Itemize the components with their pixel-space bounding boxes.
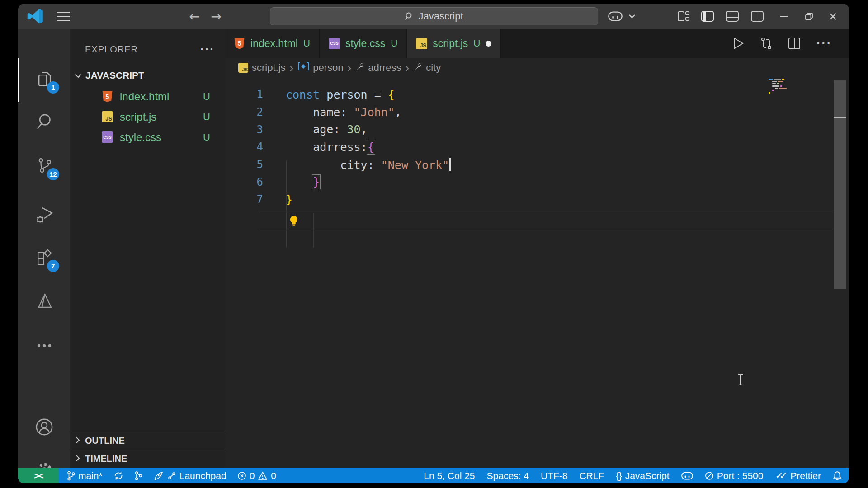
git-status-badge: U [203, 91, 210, 103]
project-folder-row[interactable]: JAVASCRIPT [70, 68, 225, 83]
extensions-badge: 7 [47, 260, 59, 272]
file-row-index-html[interactable]: 5 index.html U [70, 86, 225, 107]
sidebar-item-run-debug[interactable] [31, 202, 57, 228]
tab-script-js[interactable]: JS script.js U [407, 29, 501, 58]
git-branch-item[interactable]: main* [67, 470, 103, 481]
notifications-bell-icon[interactable] [833, 471, 842, 481]
warning-count: 0 [271, 470, 276, 481]
remote-indicator[interactable]: >< [18, 468, 59, 483]
tab-label: index.html [250, 38, 298, 50]
tab-index-html[interactable]: 5 index.html U [225, 29, 320, 58]
breadcrumb-symbol-adrress[interactable]: adrress [355, 62, 401, 74]
restore-window-icon[interactable] [799, 4, 819, 29]
launchpad-item[interactable]: Launchpad [153, 470, 226, 481]
outline-section-header[interactable]: OUTLINE [70, 432, 225, 450]
encoding-item[interactable]: UTF-8 [541, 470, 568, 481]
sidebar-item-extensions[interactable]: 7 [31, 245, 57, 271]
code-line[interactable]: 6 } [225, 173, 849, 191]
editor-scrollbar[interactable] [834, 80, 846, 289]
source-control-graph-item[interactable] [134, 471, 142, 481]
code-line[interactable]: 5 city: "New York" [225, 156, 849, 174]
account-icon[interactable] [31, 414, 57, 440]
explorer-more-actions-icon[interactable]: ··· [200, 47, 215, 52]
js-file-icon: JS [102, 111, 113, 122]
copilot-icon[interactable] [606, 4, 625, 29]
language-mode-item[interactable]: {} JavaScript [616, 470, 669, 481]
explorer-sidebar: EXPLORER ··· JAVASCRIPT 5 index.html U J… [70, 29, 225, 468]
code-line[interactable]: 4 adrress:{ [225, 138, 849, 156]
unsaved-changes-dot[interactable] [486, 41, 491, 47]
code-line-text: } [263, 175, 320, 188]
forward-arrow-icon[interactable]: → [207, 4, 225, 29]
menu-icon[interactable] [54, 4, 72, 29]
code-line[interactable]: 1const person = { [225, 86, 849, 103]
back-arrow-icon[interactable]: ← [185, 4, 203, 29]
problems-item[interactable]: 0 0 [237, 470, 276, 481]
sync-changes-item[interactable] [113, 471, 123, 481]
breadcrumb-separator: › [290, 63, 294, 72]
quick-fix-lightbulb-icon[interactable] [289, 215, 299, 230]
braces-icon: {} [616, 471, 622, 481]
git-status-badge: U [203, 131, 210, 143]
rocket-icon [153, 470, 164, 481]
code-line[interactable]: 3 age: 30, [225, 121, 849, 138]
error-count: 0 [250, 470, 255, 481]
vscode-logo-icon [25, 4, 45, 29]
timeline-section-header[interactable]: TIMELINE [70, 450, 225, 468]
file-row-style-css[interactable]: CSS style.css U [70, 127, 225, 147]
sidebar-item-explorer[interactable]: 1 [31, 66, 57, 93]
prettier-item[interactable]: ✓✓ Prettier [775, 470, 821, 482]
split-editor-icon[interactable] [788, 38, 800, 49]
chevron-down-icon[interactable] [626, 4, 638, 29]
branch-icon [67, 471, 75, 481]
tab-git-badge: U [303, 38, 310, 49]
search-icon [405, 12, 414, 21]
line-number: 4 [225, 141, 263, 153]
copilot-status-item[interactable] [681, 472, 693, 480]
breadcrumb-file[interactable]: JS script.js [238, 62, 286, 74]
css-file-icon: CSS [329, 38, 340, 49]
sidebar-item-prism-extension[interactable] [31, 289, 57, 315]
code-line[interactable]: 2 name: "John", [225, 103, 849, 121]
toggle-sidebar-left-icon[interactable] [698, 4, 717, 29]
run-debug-icon [35, 205, 54, 225]
wrench-icon [413, 62, 422, 74]
error-icon [237, 471, 246, 480]
search-label: Javascript [418, 10, 463, 22]
indent-guide [286, 160, 287, 248]
more-views-icon[interactable] [31, 333, 57, 359]
breadcrumb: JS script.js › person › adrress › [225, 58, 849, 78]
run-file-icon[interactable] [733, 38, 744, 49]
sidebar-item-source-control[interactable]: 12 [31, 153, 57, 179]
screen: ← → Javascript [0, 0, 868, 488]
toggle-panel-icon[interactable] [722, 4, 742, 29]
customize-layout-icon[interactable] [674, 4, 693, 29]
title-bar: ← → Javascript [18, 4, 849, 29]
tab-git-badge: U [391, 38, 397, 49]
branch-name: main* [78, 470, 103, 481]
more-editor-actions-icon[interactable]: ··· [816, 41, 832, 46]
open-changes-icon[interactable] [760, 37, 772, 50]
breadcrumb-symbol-person[interactable]: person [297, 62, 343, 74]
command-center-search[interactable]: Javascript [270, 7, 598, 25]
tab-style-css[interactable]: CSS style.css U [320, 29, 407, 58]
toggle-sidebar-right-icon[interactable] [747, 4, 767, 29]
tab-bar: 5 index.html U CSS style.css U JS script… [225, 29, 849, 58]
indentation-item[interactable]: Spaces: 4 [487, 470, 529, 481]
code-editor[interactable]: 1const person = {2 name: "John",3 age: 3… [225, 86, 849, 468]
code-line[interactable]: 7} [225, 191, 849, 208]
minimap[interactable] [769, 79, 797, 94]
live-server-port-item[interactable]: Port : 5500 [705, 470, 764, 481]
eol-item[interactable]: CRLF [579, 470, 604, 481]
js-file-icon: JS [238, 63, 248, 73]
file-row-script-js[interactable]: JS script.js U [70, 107, 225, 127]
close-window-icon[interactable] [823, 4, 843, 29]
breadcrumb-symbol-city[interactable]: city [413, 62, 441, 74]
line-number: 3 [225, 123, 263, 136]
editor-group: 5 index.html U CSS style.css U JS script… [225, 29, 849, 468]
cursor-position-item[interactable]: Ln 5, Col 25 [424, 470, 475, 481]
link-icon [167, 471, 176, 480]
double-check-icon: ✓✓ [775, 470, 783, 482]
sidebar-item-search[interactable] [31, 109, 57, 136]
minimize-icon[interactable] [774, 4, 794, 29]
